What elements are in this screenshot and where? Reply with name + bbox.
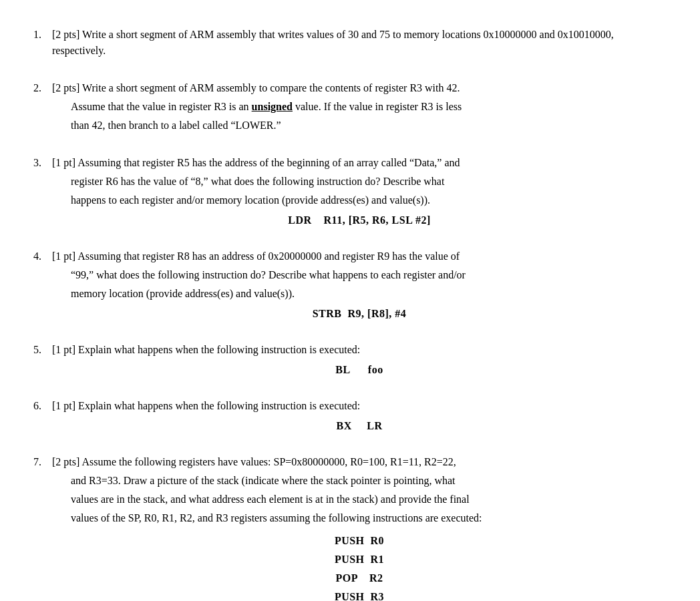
- q4-content: [1 pt] Assuming that register R8 has an …: [52, 248, 667, 323]
- question-6: 6. [1 pt] Explain what happens when the …: [33, 398, 667, 435]
- q3-text-line2: register R6 has the value of “8,” what d…: [52, 174, 667, 190]
- q4-text-line2: “99,” what does the following instructio…: [52, 267, 667, 283]
- q4-text-line3: memory location (provide address(es) and…: [52, 286, 667, 302]
- q4-points: [1 pt]: [52, 250, 75, 262]
- q3-number: 3.: [33, 155, 52, 171]
- q6-points: [1 pt]: [52, 400, 75, 411]
- q2-content: [2 pts] Write a short segment of ARM ass…: [52, 80, 667, 136]
- q2-text-line3: than 42, then branch to a label called “…: [52, 118, 667, 134]
- q3-points: [1 pt]: [52, 157, 75, 168]
- q2-points: [2 pts]: [52, 82, 79, 93]
- q7-text-line1: [2 pts] Assume the following registers h…: [52, 454, 667, 470]
- q6-text: [1 pt] Explain what happens when the fol…: [52, 398, 667, 414]
- question-3: 3. [1 pt] Assuming that register R5 has …: [33, 155, 667, 230]
- q4-code: STRB R9, [R8], #4: [52, 306, 667, 322]
- q3-code: LDR R11, [R5, R6, LSL #2]: [52, 212, 667, 228]
- question-5: 5. [1 pt] Explain what happens when the …: [33, 342, 667, 379]
- question-2: 2. [2 pts] Write a short segment of ARM …: [33, 80, 667, 136]
- q5-code: BL foo: [52, 362, 667, 378]
- q4-number: 4.: [33, 248, 52, 264]
- q7-number: 7.: [33, 454, 52, 470]
- q3-content: [1 pt] Assuming that register R5 has the…: [52, 155, 667, 230]
- q1-content: [2 pts] Write a short segment of ARM ass…: [52, 27, 667, 61]
- q2-text-line2: Assume that the value in register R3 is …: [52, 99, 667, 115]
- q7-text-line4: values of the SP, R0, R1, R2, and R3 reg…: [52, 510, 667, 526]
- q6-content: [1 pt] Explain what happens when the fol…: [52, 398, 667, 435]
- q5-points: [1 pt]: [52, 344, 75, 355]
- q4-text-line1: [1 pt] Assuming that register R8 has an …: [52, 248, 667, 264]
- question-7: 7. [2 pts] Assume the following register…: [33, 454, 667, 601]
- q2-unsigned-keyword: unsigned: [252, 101, 293, 112]
- q7-code-block: PUSH R0 PUSH R1 POP R2 PUSH R3: [52, 532, 667, 601]
- q7-code-line3: POP R2: [335, 570, 383, 586]
- question-1: 1. [2 pts] Write a short segment of ARM …: [33, 27, 667, 61]
- q5-number: 5.: [33, 342, 52, 358]
- question-list: 1. [2 pts] Write a short segment of ARM …: [33, 27, 667, 601]
- q7-points: [2 pts]: [52, 456, 79, 467]
- q1-number: 1.: [33, 27, 52, 43]
- q5-text: [1 pt] Explain what happens when the fol…: [52, 342, 667, 358]
- q7-text-line3: values are in the stack, and what addres…: [52, 491, 667, 508]
- q7-code-line1: PUSH R0: [335, 533, 384, 549]
- q6-code: BX LR: [52, 418, 667, 434]
- question-4: 4. [1 pt] Assuming that register R8 has …: [33, 248, 667, 323]
- q1-text: [2 pts] Write a short segment of ARM ass…: [52, 27, 667, 59]
- q2-text-line1: [2 pts] Write a short segment of ARM ass…: [52, 80, 667, 96]
- q5-content: [1 pt] Explain what happens when the fol…: [52, 342, 667, 379]
- q7-text-line2: and R3=33. Draw a picture of the stack (…: [52, 473, 667, 489]
- q7-code-line4: PUSH R3: [335, 589, 384, 601]
- q6-number: 6.: [33, 398, 52, 414]
- q2-number: 2.: [33, 80, 52, 96]
- q3-text-line3: happens to each register and/or memory l…: [52, 192, 667, 208]
- q1-points: [2 pts]: [52, 29, 79, 40]
- q7-code-line2: PUSH R1: [335, 552, 384, 568]
- q7-content: [2 pts] Assume the following registers h…: [52, 454, 667, 601]
- q3-text-line1: [1 pt] Assuming that register R5 has the…: [52, 155, 667, 171]
